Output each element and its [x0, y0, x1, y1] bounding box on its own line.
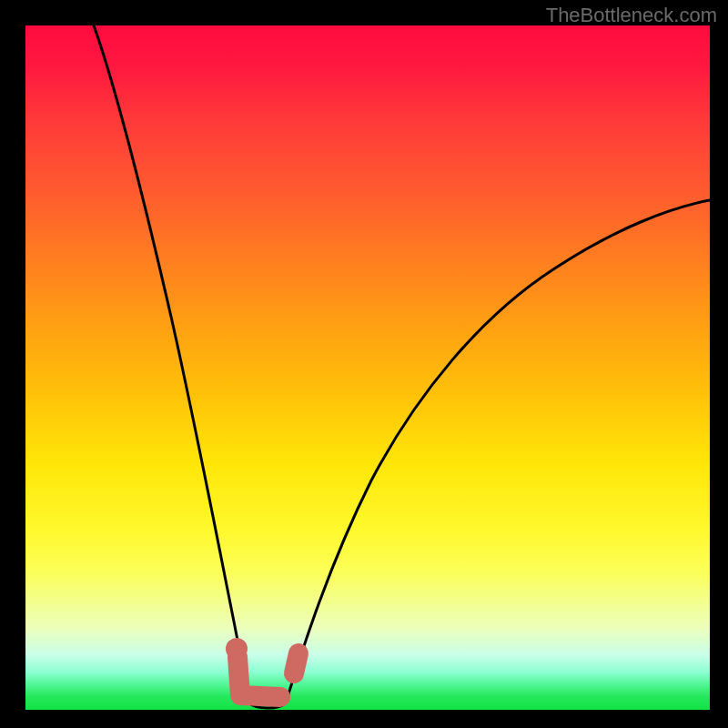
curve-right-branch — [286, 200, 710, 703]
valley-dot-marker — [226, 638, 248, 660]
valley-l-marker — [238, 657, 280, 697]
watermark-text: TheBottleneck.com — [546, 4, 717, 27]
curve-left-branch — [94, 25, 248, 703]
plot-area — [25, 25, 710, 710]
curve-svg — [25, 25, 710, 710]
right-tick-marker — [294, 653, 298, 673]
